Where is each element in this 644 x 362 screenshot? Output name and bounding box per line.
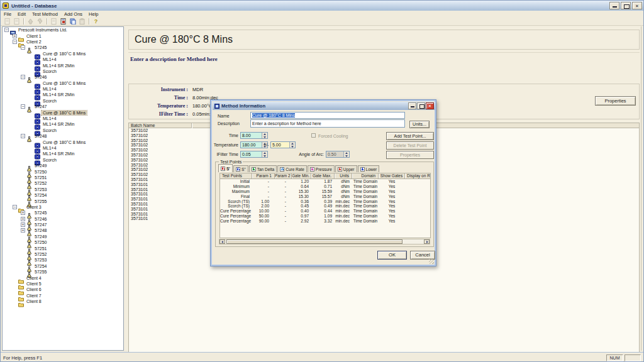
collapse-icon[interactable]: − <box>4 28 9 32</box>
column-header-domain[interactable]: Domain <box>352 173 379 178</box>
tree-item[interactable]: 57250 <box>3 239 123 245</box>
table-row[interactable]: Cure Percentage50.00-0.971.09min.decTime… <box>220 214 430 219</box>
collapse-icon[interactable]: − <box>13 40 17 44</box>
tree-item[interactable]: ML1+4 SR 2Min <box>3 92 123 97</box>
tab-upper[interactable]: Upper <box>335 165 357 172</box>
column-divider[interactable] <box>191 123 192 128</box>
tolerance-value[interactable]: 5.00 <box>271 142 289 148</box>
tree-item[interactable]: 57249 <box>3 234 123 239</box>
tree-item[interactable]: Cure @ 180°C 8 Mins <box>3 109 123 115</box>
tree-item[interactable]: +Client 1 <box>3 33 123 38</box>
tree-item[interactable]: Cure @ 180°C 8 Mins <box>3 80 123 86</box>
tree-item[interactable]: ML1+4 <box>3 116 123 121</box>
tree-item[interactable]: Scorch <box>3 128 123 133</box>
maximize-button[interactable] <box>621 2 631 9</box>
tree-item[interactable]: 57249 <box>3 163 123 168</box>
resize-grip[interactable] <box>429 259 434 264</box>
column-header-test-points[interactable]: Test Points <box>220 173 252 178</box>
tree-item[interactable]: Client 6 <box>3 287 123 292</box>
tab-cure-rate[interactable]: Cure Rate <box>277 165 307 172</box>
horizontal-scrollbar[interactable] <box>219 239 430 244</box>
expand-icon[interactable]: + <box>13 34 17 38</box>
spin-down-icon[interactable] <box>290 145 295 148</box>
close-button[interactable] <box>632 2 642 9</box>
cancel-button[interactable]: Cancel <box>410 251 435 260</box>
tree-item[interactable]: +57246 <box>3 216 123 222</box>
tree-item[interactable]: ML1+4 <box>3 145 123 151</box>
tab-s[interactable]: S'' <box>233 165 248 172</box>
dialog-minimize-button[interactable] <box>408 102 416 109</box>
tree-item[interactable]: −Prescott Instruments Ltd. <box>3 27 123 33</box>
collapse-icon[interactable]: − <box>13 205 17 209</box>
tree-item[interactable]: −57245 <box>3 45 123 50</box>
spin-down-icon[interactable] <box>262 136 267 139</box>
tree-item[interactable]: Client 4 <box>3 275 123 280</box>
tree-item[interactable]: −57246 <box>3 74 123 80</box>
expand-icon[interactable]: + <box>21 217 25 221</box>
angle-of-arc-spinner[interactable]: 0.50 <box>326 151 350 158</box>
open-icon[interactable] <box>13 18 21 25</box>
menu-item-file[interactable]: File <box>1 11 14 18</box>
add-test-point-button[interactable]: Add Test Point... <box>386 132 434 140</box>
tree-item[interactable]: ML1+4 <box>3 57 123 62</box>
name-input[interactable]: Cure @ 180°C 8 Mins <box>250 112 405 119</box>
tab-pressure[interactable]: Pressure <box>308 165 335 172</box>
tree-item[interactable]: +57245 <box>3 210 123 216</box>
tree-item[interactable]: Scorch <box>3 69 123 74</box>
table-row[interactable]: Scorch (TS)1.00-0.360.39min.decTime Doma… <box>220 199 430 204</box>
column-header-param-2[interactable]: Param 2 <box>275 173 292 178</box>
temperature-value[interactable]: 180.00 <box>241 142 262 148</box>
tree-item[interactable]: ML1+4 <box>3 86 123 92</box>
tab-tan-delta[interactable]: Tan Delta <box>249 165 277 172</box>
time-spinner[interactable]: 8.00 <box>240 132 268 139</box>
copy-icon[interactable] <box>69 18 77 25</box>
column-header-display-on-r[interactable]: Display on R <box>405 173 431 178</box>
tree-item[interactable]: Cure @ 180°C 8 Mins <box>3 51 123 57</box>
tree-item[interactable]: Client 5 <box>3 281 123 287</box>
scroll-right-icon[interactable] <box>424 239 430 244</box>
menu-item-edit[interactable]: Edit <box>14 11 29 18</box>
expand-icon[interactable]: + <box>21 222 25 227</box>
tree-item[interactable]: ML1+4 SR 2Min <box>3 151 123 156</box>
menu-item-help[interactable]: Help <box>86 11 101 18</box>
table-row[interactable]: Maximum--15.3015.59dNmTime DomainYes <box>220 189 430 194</box>
client-tree-panel[interactable]: −Prescott Instruments Ltd.+Client 1−Clie… <box>2 26 124 351</box>
tree-item[interactable]: Client 7 <box>3 293 123 299</box>
tree-item[interactable]: Client 8 <box>3 299 123 304</box>
tree-item[interactable]: 57253 <box>3 257 123 263</box>
tree-item[interactable]: ML1+4 SR 2Min <box>3 62 123 68</box>
tree-item[interactable]: −Client 3 <box>3 204 123 210</box>
minimize-button[interactable] <box>609 2 619 9</box>
column-header-show-gates[interactable]: Show Gates <box>379 173 405 178</box>
tree-item[interactable]: −57248 <box>3 133 123 139</box>
table-row[interactable]: Final--15.3015.57dNmTime DomainYes <box>220 194 430 199</box>
tree-item[interactable]: Cure @ 180°C 8 Mins <box>3 139 123 145</box>
dialog-title-bar[interactable]: Method Information <box>213 102 435 110</box>
tree-item[interactable]: 57251 <box>3 245 123 251</box>
tree-item[interactable]: 57255 <box>3 269 123 275</box>
title-bar[interactable]: Untitled - Database <box>1 1 644 11</box>
tree-item[interactable]: −Client 2 <box>3 39 123 45</box>
expand-icon[interactable]: + <box>21 228 25 233</box>
tree-item[interactable]: ML1+4 SR 2Min <box>3 121 123 127</box>
collapse-icon[interactable]: − <box>21 134 25 138</box>
test-points-table[interactable]: Test PointsParam 1Param 2Gate Min.Gate M… <box>219 173 431 238</box>
dialog-close-button[interactable] <box>426 102 434 109</box>
tree-item[interactable]: 57254 <box>3 263 123 269</box>
tab-lower[interactable]: Lower <box>358 165 380 172</box>
tree-item[interactable]: 57253 <box>3 187 123 192</box>
menu-item-test-method[interactable]: Test Method <box>29 11 61 18</box>
tree-item[interactable]: 57251 <box>3 175 123 180</box>
spin-down-icon[interactable] <box>344 155 349 158</box>
properties-button[interactable]: Properties <box>595 96 636 106</box>
collapse-icon[interactable]: − <box>21 75 25 79</box>
spin-down-icon[interactable] <box>262 155 267 158</box>
column-header-gate-min[interactable]: Gate Min. <box>292 173 311 178</box>
scrollbar-thumb[interactable] <box>226 239 402 244</box>
table-row[interactable]: Minimum--0.640.71dNmTime DomainYes <box>220 184 430 189</box>
new-icon[interactable] <box>3 18 11 25</box>
tree-item[interactable]: 57254 <box>3 192 123 198</box>
help-icon[interactable]: ? <box>92 18 100 25</box>
tree-item[interactable]: 57255 <box>3 198 123 204</box>
collapse-icon[interactable]: − <box>21 45 25 50</box>
